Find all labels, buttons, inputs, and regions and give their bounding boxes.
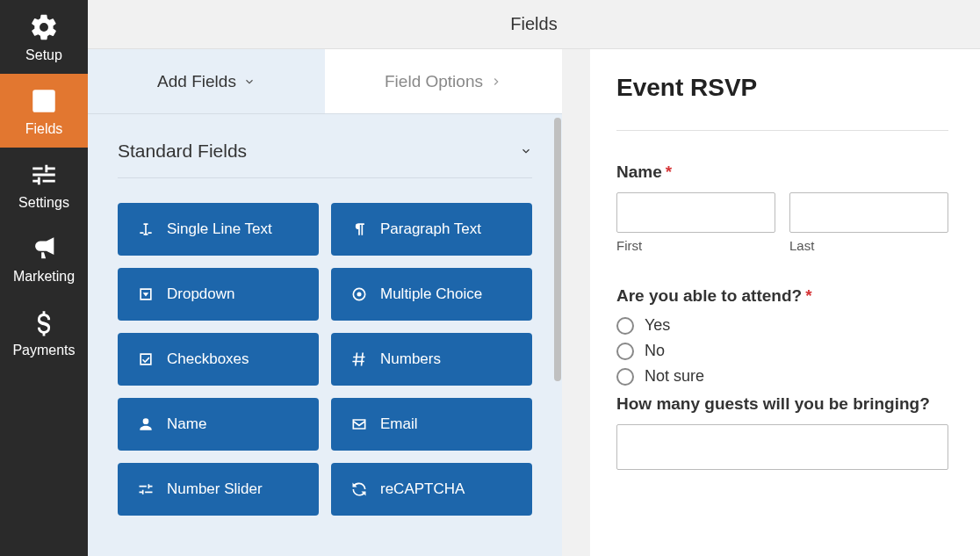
field-numbers[interactable]: Numbers [331,333,532,386]
left-nav: Setup Fields Settings Marketing Payments [0,0,88,556]
field-label: Paragraph Text [380,220,481,238]
nav-label-setup: Setup [25,47,62,63]
megaphone-icon [29,234,59,264]
field-multiple-choice[interactable]: Multiple Choice [331,268,532,321]
radio-dot-icon [350,285,368,303]
field-attend-block: Are you able to attend?* Yes No Not sure [616,286,948,386]
field-label: Multiple Choice [380,285,482,303]
field-label: Checkboxes [167,350,249,368]
radio-icon [616,343,634,360]
radio-yes[interactable]: Yes [616,316,948,335]
sliders-h-icon [137,480,155,498]
field-number-slider[interactable]: Number Slider [118,463,319,516]
field-name-block: Name* First Last [616,162,948,253]
tab-field-options-label: Field Options [385,72,483,91]
sliders-icon [29,160,59,190]
section-header[interactable]: Standard Fields [118,141,532,178]
field-label: Number Slider [167,480,263,498]
envelope-icon [350,415,368,433]
radio-label: Yes [645,316,670,335]
user-icon [137,415,155,433]
nav-item-payments[interactable]: Payments [0,295,88,369]
content-row: Add Fields Field Options Standard Fields [88,49,980,556]
form-icon [29,86,59,116]
nav-item-fields[interactable]: Fields [0,74,88,148]
tab-add-fields[interactable]: Add Fields [88,49,325,113]
attend-label: Are you able to attend?* [616,286,948,306]
scrollbar[interactable] [553,114,562,556]
field-label: Name [167,415,206,433]
nav-label-marketing: Marketing [13,269,75,285]
field-checkboxes[interactable]: Checkboxes [118,333,319,386]
field-name[interactable]: Name [118,398,319,451]
section-title: Standard Fields [118,141,247,162]
scrollbar-thumb[interactable] [554,118,561,381]
tab-field-options[interactable]: Field Options [325,49,562,113]
chevron-down-icon [520,145,532,157]
field-single-line-text[interactable]: Single Line Text [118,203,319,256]
panel-resizer[interactable] [562,49,590,556]
field-label: Single Line Text [167,220,272,238]
nav-item-settings[interactable]: Settings [0,148,88,221]
radio-no[interactable]: No [616,342,948,360]
caret-square-icon [137,285,155,303]
dollar-icon [29,307,59,337]
field-label: Email [380,415,418,433]
field-email[interactable]: Email [331,398,532,451]
chevron-right-icon [490,76,502,88]
svg-point-1 [357,292,362,297]
form-preview: Event RSVP Name* First Last [590,49,980,556]
radio-icon [616,317,634,335]
radio-not-sure[interactable]: Not sure [616,367,948,386]
field-grid: Single Line Text Paragraph Text Dropdown… [118,203,532,516]
radio-label: Not sure [645,367,704,386]
radio-icon [616,368,634,386]
field-guests-block: How many guests will you be bringing? [616,394,948,473]
standard-fields-section: Standard Fields Single Line Text Paragra… [88,114,562,531]
last-sublabel: Last [789,238,948,253]
nav-label-payments: Payments [12,343,75,358]
fields-panel: Add Fields Field Options Standard Fields [88,49,562,556]
guests-label: How many guests will you be bringing? [616,394,948,414]
paragraph-icon [350,220,368,238]
nav-item-marketing[interactable]: Marketing [0,221,88,295]
tab-add-fields-label: Add Fields [157,72,236,91]
divider-line [616,130,948,131]
required-asterisk: * [666,162,672,181]
text-cursor-icon [137,220,155,238]
field-label: Dropdown [167,285,235,303]
nav-label-settings: Settings [18,195,69,211]
required-asterisk: * [805,286,811,305]
guests-input[interactable] [616,424,948,470]
form-title: Event RSVP [616,74,948,102]
name-label: Name* [616,162,948,182]
first-sublabel: First [616,238,775,253]
field-recaptcha[interactable]: reCAPTCHA [331,463,532,516]
gear-icon [29,12,59,42]
last-name-input[interactable] [789,192,948,233]
page-header: Fields [88,0,980,49]
field-paragraph-text[interactable]: Paragraph Text [331,203,532,256]
check-square-icon [137,350,155,368]
nav-item-setup[interactable]: Setup [0,0,88,74]
radio-label: No [645,342,665,360]
recaptcha-icon [350,480,368,498]
page-title: Fields [510,14,557,34]
field-dropdown[interactable]: Dropdown [118,268,319,321]
chevron-down-icon [243,76,256,88]
field-label: reCAPTCHA [380,480,465,498]
main-area: Fields Add Fields Field Options Standard… [88,0,980,556]
subtabs: Add Fields Field Options [88,49,562,114]
first-name-input[interactable] [616,192,775,233]
hash-icon [350,350,368,368]
nav-label-fields: Fields [25,121,63,137]
field-label: Numbers [380,350,441,368]
